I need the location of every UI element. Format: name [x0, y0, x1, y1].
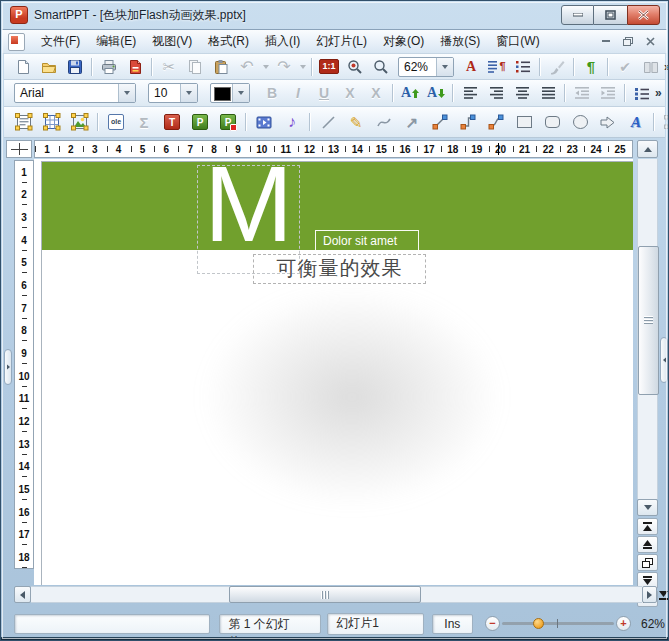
- fit-page-button[interactable]: [657, 586, 669, 603]
- close-button[interactable]: [627, 5, 660, 25]
- insert-placeholder-alt-button[interactable]: P: [215, 111, 241, 133]
- zoom-in-button[interactable]: +: [616, 616, 631, 631]
- cut-button[interactable]: ✂: [157, 56, 181, 78]
- scroll-down-button[interactable]: [637, 499, 658, 516]
- grow-font-button[interactable]: A: [398, 82, 422, 104]
- decrease-indent-button[interactable]: [570, 82, 594, 104]
- strikethrough-button[interactable]: X: [338, 82, 362, 104]
- menu-item-8[interactable]: 播放(S): [432, 30, 488, 53]
- menu-item-2[interactable]: 编辑(E): [88, 30, 144, 53]
- font-family-dropdown-arrow[interactable]: [118, 84, 135, 102]
- print-button[interactable]: [97, 56, 121, 78]
- wordart-button[interactable]: A: [623, 111, 649, 133]
- italic-button[interactable]: I: [286, 82, 310, 104]
- select-objects-button[interactable]: [659, 111, 669, 133]
- rectangle-tool-button[interactable]: [511, 111, 537, 133]
- zoom-slider-thumb[interactable]: [533, 618, 544, 629]
- insert-ole-button[interactable]: ole: [103, 111, 129, 133]
- minimize-button[interactable]: [561, 5, 594, 25]
- redo-button[interactable]: ↷: [272, 56, 296, 78]
- curve-tool-button[interactable]: [371, 111, 397, 133]
- connector-straight-button[interactable]: [427, 111, 453, 133]
- align-left-button[interactable]: [458, 82, 482, 104]
- insert-movie-button[interactable]: [251, 111, 277, 133]
- zoom-selection-button[interactable]: [343, 56, 367, 78]
- thesaurus-button[interactable]: [639, 56, 663, 78]
- zoom-slider-track[interactable]: [502, 622, 614, 625]
- font-dialog-button[interactable]: A: [459, 56, 483, 78]
- copy-button[interactable]: [183, 56, 207, 78]
- restore-button[interactable]: [594, 5, 627, 25]
- font-size-dropdown-arrow[interactable]: [180, 84, 197, 102]
- paragraph-dialog-button[interactable]: ¶: [485, 56, 509, 78]
- insert-text-placeholder-button[interactable]: T: [159, 111, 185, 133]
- zoom-level-combo[interactable]: 62%: [398, 57, 454, 77]
- undo-button[interactable]: ↶: [235, 56, 259, 78]
- shapes-tool-button[interactable]: [595, 111, 621, 133]
- menu-item-4[interactable]: 格式(R): [200, 30, 257, 53]
- pdf-export-button[interactable]: [123, 56, 147, 78]
- ellipse-tool-button[interactable]: [567, 111, 593, 133]
- redo-dropdown-arrow[interactable]: [297, 57, 308, 77]
- menu-item-6[interactable]: 幻灯片(L): [308, 30, 375, 53]
- horizontal-scrollbar-thumb[interactable]: [229, 586, 421, 603]
- scroll-left-button[interactable]: [14, 586, 31, 603]
- bullet-list-button[interactable]: [630, 82, 654, 104]
- slide-browser-button[interactable]: [637, 554, 658, 571]
- insert-table-button[interactable]: [39, 111, 65, 133]
- rounded-rectangle-tool-button[interactable]: [539, 111, 565, 133]
- new-document-button[interactable]: [11, 56, 35, 78]
- increase-indent-button[interactable]: [596, 82, 620, 104]
- vertical-ruler[interactable]: 123456789101112131415161718: [14, 160, 34, 569]
- menu-item-1[interactable]: 文件(F): [33, 30, 88, 53]
- font-size-combo[interactable]: 10: [148, 83, 198, 103]
- font-color-dropdown-arrow[interactable]: [232, 84, 249, 102]
- font-color-combo[interactable]: [210, 83, 250, 103]
- mdi-minimize-button[interactable]: [595, 33, 617, 50]
- toolbar-overflow-button[interactable]: »: [664, 60, 669, 74]
- menu-item-3[interactable]: 视图(V): [144, 30, 200, 53]
- scroll-right-button[interactable]: [642, 586, 657, 603]
- document-icon[interactable]: [8, 33, 25, 51]
- connector-elbow-button[interactable]: [455, 111, 481, 133]
- menu-item-5[interactable]: 插入(I): [257, 30, 308, 53]
- vertical-scrollbar-thumb[interactable]: [638, 246, 659, 395]
- left-pane-collapse-handle[interactable]: [4, 349, 12, 385]
- shrink-font-button[interactable]: A: [424, 82, 448, 104]
- insert-picture-button[interactable]: [67, 111, 93, 133]
- spellcheck-button[interactable]: ✔: [613, 56, 637, 78]
- save-button[interactable]: [63, 56, 87, 78]
- zoom-actual-size-button[interactable]: 1:1: [317, 56, 341, 78]
- mdi-restore-button[interactable]: [617, 33, 639, 50]
- double-strikethrough-button[interactable]: X: [364, 82, 388, 104]
- show-formatting-marks-button[interactable]: ¶: [579, 56, 603, 78]
- zoom-out-button[interactable]: −: [485, 616, 500, 631]
- align-right-button[interactable]: [484, 82, 508, 104]
- arrow-tool-button[interactable]: ↗: [399, 111, 425, 133]
- paste-button[interactable]: [209, 56, 233, 78]
- zoom-button[interactable]: [369, 56, 393, 78]
- connector-curve-button[interactable]: [483, 111, 509, 133]
- line-tool-button[interactable]: [315, 111, 341, 133]
- right-pane-collapse-handle[interactable]: [660, 337, 668, 383]
- insert-textbox-button[interactable]: [11, 111, 37, 133]
- freehand-tool-button[interactable]: ✎: [343, 111, 369, 133]
- mdi-close-button[interactable]: [639, 33, 661, 50]
- slide-canvas[interactable]: M Dolor sit amet 可衡量的效果: [34, 159, 633, 585]
- bold-button[interactable]: B: [260, 82, 284, 104]
- insert-audio-button[interactable]: ♪: [279, 111, 305, 133]
- slide[interactable]: M Dolor sit amet 可衡量的效果: [41, 161, 633, 585]
- insert-placeholder-button[interactable]: P: [187, 111, 213, 133]
- justify-button[interactable]: [536, 82, 560, 104]
- undo-dropdown-arrow[interactable]: [260, 57, 271, 77]
- menu-item-9[interactable]: 窗口(W): [488, 30, 547, 53]
- bullets-numbering-button[interactable]: [511, 56, 535, 78]
- toolbar-overflow-button[interactable]: »: [655, 86, 662, 100]
- menu-item-7[interactable]: 对象(O): [375, 30, 432, 53]
- previous-slide-button[interactable]: [637, 536, 658, 553]
- zoom-level-dropdown-arrow[interactable]: [436, 58, 453, 76]
- horizontal-ruler[interactable]: 1234567891011121314151617181920212223242…: [34, 140, 633, 158]
- scroll-up-button[interactable]: [637, 140, 658, 158]
- format-painter-button[interactable]: [545, 56, 569, 78]
- font-family-combo[interactable]: Arial: [14, 83, 136, 103]
